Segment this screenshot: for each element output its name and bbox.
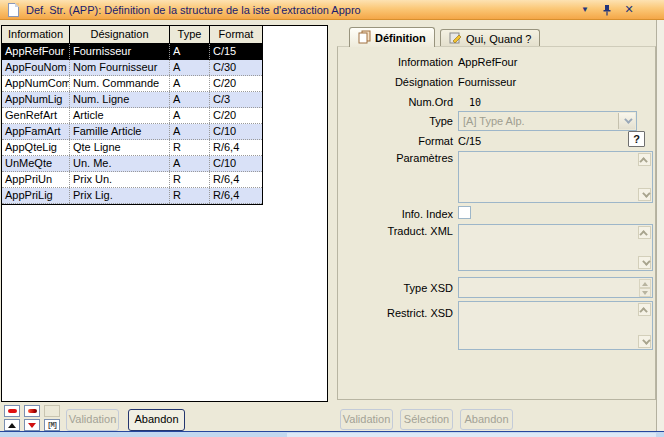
designation-value: Fournisseur — [458, 76, 516, 88]
table-cell: A — [170, 124, 210, 139]
table-cell: C/3 — [210, 92, 262, 107]
tab-definition[interactable]: Définition — [349, 27, 435, 47]
table-cell: C/15 — [210, 44, 262, 59]
table-cell: AppRefFour — [2, 44, 70, 59]
type-combobox: [A] Type Alp. — [458, 111, 637, 131]
move-up-button[interactable] — [4, 419, 20, 431]
parametres-textarea[interactable] — [458, 151, 653, 203]
delete-row-button — [44, 405, 60, 417]
table-cell: Fournisseur — [70, 44, 170, 59]
restrict-xsd-label: Restrict. XSD — [340, 307, 453, 319]
m-bracket-icon: [M] — [47, 421, 57, 429]
window-title: Def. Str. (APP): Définition de la struct… — [26, 4, 361, 16]
table-row[interactable]: AppNumLig Num. Ligne A C/3 — [2, 92, 262, 108]
scroll-up-icon[interactable] — [638, 303, 651, 316]
table-cell: R — [170, 172, 210, 187]
table-header-row: Information Désignation Type Format — [2, 26, 262, 44]
table-cell: R/6,4 — [210, 188, 262, 203]
info-index-checkbox[interactable] — [458, 206, 471, 219]
type-xsd-label: Type XSD — [340, 282, 453, 294]
insert-row-button[interactable] — [24, 405, 40, 417]
table-cell: C/20 — [210, 76, 262, 91]
scroll-down-icon[interactable] — [638, 256, 651, 269]
table-cell: R — [170, 188, 210, 203]
abandon-button[interactable]: Abandon — [460, 409, 513, 430]
bottom-edge-strip — [0, 431, 664, 437]
table-cell: Article — [70, 108, 170, 123]
abandon-button-left[interactable]: Abandon — [128, 409, 185, 431]
table-cell: A — [170, 156, 210, 171]
table-row[interactable]: AppRefFour Fournisseur A C/15 — [2, 44, 262, 60]
close-icon[interactable]: ✕ — [622, 3, 636, 17]
column-header-type[interactable]: Type — [170, 26, 210, 44]
down-triangle-icon — [28, 423, 36, 428]
titlebar-controls: ▼ ✕ — [578, 3, 636, 17]
table-cell: AppFouNom — [2, 60, 70, 75]
table-cell: AppQteLig — [2, 140, 70, 155]
table-cell: C/10 — [210, 124, 262, 139]
table-cell: R/6,4 — [210, 172, 262, 187]
table-cell: C/10 — [210, 156, 262, 171]
table-row[interactable]: AppFouNom Nom Fournisseur A C/30 — [2, 60, 262, 76]
table-cell: A — [170, 44, 210, 59]
pencil-page-icon — [449, 32, 462, 46]
tab-label: Qui, Quand ? — [466, 33, 531, 45]
table-cell: R/6,4 — [210, 140, 262, 155]
pin-icon[interactable] — [600, 3, 614, 17]
type-xsd-field[interactable] — [458, 277, 653, 298]
table-cell: Qte Ligne — [70, 140, 170, 155]
validation-button-left[interactable]: Validation — [66, 409, 119, 431]
table-cell: UnMeQte — [2, 156, 70, 171]
structure-table-panel: Information Désignation Type Format AppR… — [1, 25, 328, 402]
table-row[interactable]: AppPriUn Prix Un. R R/6,4 — [2, 172, 262, 188]
validation-button[interactable]: Validation — [340, 409, 393, 430]
table-cell: Num. Ligne — [70, 92, 170, 107]
chevron-down-icon[interactable]: ▼ — [578, 3, 592, 17]
table-cell: Prix Lig. — [70, 188, 170, 203]
titlebar: Def. Str. (APP): Définition de la struct… — [0, 0, 664, 20]
table-cell: A — [170, 108, 210, 123]
scroll-down-icon[interactable] — [638, 335, 651, 348]
move-down-button[interactable] — [24, 419, 40, 431]
restrict-xsd-textarea[interactable] — [458, 301, 653, 350]
table-cell: Un. Me. — [70, 156, 170, 171]
scroll-up-icon[interactable] — [638, 226, 651, 239]
table-cell: A — [170, 76, 210, 91]
table-cell: AppPriLig — [2, 188, 70, 203]
selection-button[interactable]: Sélection — [400, 409, 453, 430]
table-row[interactable]: AppPriLig Prix Lig. R R/6,4 — [2, 188, 262, 204]
traduct-xml-textarea[interactable] — [458, 224, 653, 271]
type-label: Type — [340, 115, 453, 127]
chevron-down-icon — [618, 113, 635, 129]
table-row[interactable]: AppQteLig Qte Ligne R R/6,4 — [2, 140, 262, 156]
table-cell: Nom Fournisseur — [70, 60, 170, 75]
tab-qui-quand[interactable]: Qui, Quand ? — [440, 29, 540, 47]
table-row[interactable]: AppFamArt Famille Article A C/10 — [2, 124, 262, 140]
scroll-up-icon[interactable] — [638, 153, 651, 166]
column-header-information[interactable]: Information — [2, 26, 70, 44]
table-cell: A — [170, 60, 210, 75]
table-cell: AppPriUn — [2, 172, 70, 187]
scroll-down-icon[interactable] — [638, 188, 651, 201]
structure-table: Information Désignation Type Format AppR… — [2, 26, 263, 205]
table-cell: AppNumLig — [2, 92, 70, 107]
bottom-edge-notch — [287, 433, 656, 437]
column-header-designation[interactable]: Désignation — [70, 26, 170, 44]
column-header-format[interactable]: Format — [210, 26, 262, 44]
table-row[interactable]: UnMeQte Un. Me. A C/10 — [2, 156, 262, 172]
table-row[interactable]: AppNumCom Num. Commande A C/20 — [2, 76, 262, 92]
table-cell: GenRefArt — [2, 108, 70, 123]
table-cell: A — [170, 92, 210, 107]
table-cell: AppFamArt — [2, 124, 70, 139]
add-row-button[interactable] — [4, 405, 20, 417]
format-help-button[interactable]: ? — [628, 131, 645, 147]
table-cell: Prix Un. — [70, 172, 170, 187]
parametres-label: Paramètres — [340, 152, 453, 164]
table-row[interactable]: GenRefArt Article A C/20 — [2, 108, 262, 124]
red-bar-icon — [8, 409, 17, 413]
modify-row-button[interactable]: [M] — [44, 419, 60, 431]
information-value: AppRefFour — [458, 56, 517, 68]
table-cell: R — [170, 140, 210, 155]
red-bar-gradient-icon — [28, 409, 37, 413]
table-cell: AppNumCom — [2, 76, 70, 91]
